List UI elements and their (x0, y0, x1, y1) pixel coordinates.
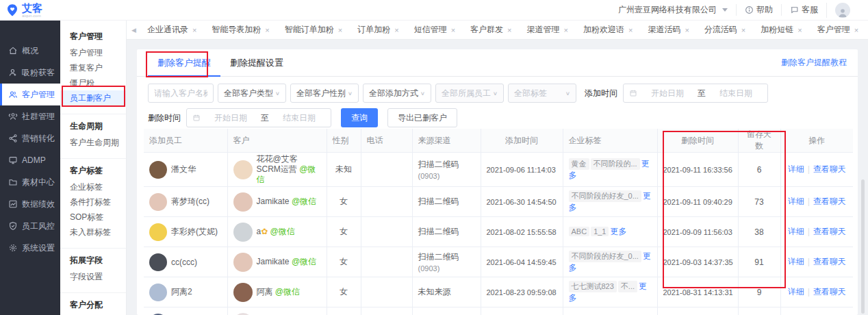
tab-label: 分流活码 (704, 24, 737, 36)
search-button[interactable]: 查询 (341, 108, 378, 127)
window-tab[interactable]: 客户群发× (463, 21, 519, 40)
detail-link[interactable]: 详细 (788, 197, 804, 206)
tag: 七七测试823 (569, 281, 617, 292)
customer-gender-select[interactable]: 全部客户性别∨ (290, 84, 359, 103)
tab-delete-reminder-settings[interactable]: 删除提醒设置 (220, 49, 293, 77)
nav-system-settings[interactable]: 系统设置 (0, 237, 60, 259)
customer-service-button[interactable]: 客服 (781, 4, 826, 16)
nav-fan-acquisition[interactable]: 吸粉获客 (0, 62, 60, 84)
detail-link[interactable]: 详细 (788, 164, 804, 174)
submenu-item-zombie-fans[interactable]: 僵尸粉 (60, 75, 126, 90)
window-tab[interactable]: 智能导表加粉× (204, 21, 277, 40)
window-tabbar: ◀ 企业通讯录× 智能导表加粉× 智能订单加粉× 订单加粉× 短信管理× 客户群… (127, 21, 868, 40)
view-chat-link[interactable]: 查看聊天 (813, 227, 846, 236)
user-add-icon (8, 68, 18, 77)
customer-avatar (233, 192, 253, 212)
window-tab[interactable]: 短信管理× (407, 21, 463, 40)
window-tab[interactable]: 订单加粉× (350, 21, 406, 40)
add-time-cell: 2021-08-12 14:22:22 (481, 307, 563, 315)
tag-select[interactable]: 全部标签∨ (508, 84, 576, 103)
info-icon (745, 5, 754, 14)
table-scrollbar[interactable] (861, 179, 865, 314)
view-chat-link[interactable]: 查看聊天 (813, 197, 846, 206)
export-deleted-customers-button[interactable]: 导出已删客户 (387, 108, 457, 127)
close-icon[interactable]: × (451, 26, 455, 34)
nav-overview[interactable]: 概况 (0, 40, 60, 62)
close-icon[interactable]: × (394, 26, 398, 34)
detail-link[interactable]: 详细 (788, 227, 804, 236)
nav-label: 员工风控 (22, 220, 55, 232)
tab-scroll-left-icon[interactable]: ◀ (128, 27, 140, 34)
nav-label: 吸粉获客 (22, 67, 55, 79)
tab-delete-customer-reminder[interactable]: 删除客户提醒 (148, 49, 220, 77)
help-button[interactable]: 帮助 (736, 4, 781, 16)
submenu-item-conditional-tags[interactable]: 条件打标签 (60, 194, 126, 210)
tutorial-link[interactable]: 删除客户提醒教程 (781, 57, 847, 68)
add-method-select[interactable]: 全部添加方式∨ (363, 84, 431, 103)
nav-marketing-conversion[interactable]: 营销转化 (0, 127, 60, 149)
table-row: 潘文华 花花@艾客SCRM运营 @微信 未知 扫描二维码(0903) 2021-… (144, 153, 853, 187)
window-tab[interactable]: 智能订单加粉× (277, 21, 350, 40)
submenu-item-customer-management[interactable]: 客户管理 (60, 45, 126, 60)
more-link[interactable]: 更多 (610, 227, 626, 236)
nav-employee-risk[interactable]: 员工风控 (0, 215, 60, 237)
submenu-item-duplicate-customers[interactable]: 重复客户 (60, 60, 126, 75)
window-tab[interactable]: 加粉欢迎语× (576, 21, 640, 40)
submenu-item-employee-deleted-customers[interactable]: 员工删客户 (60, 90, 126, 105)
detail-link[interactable]: 详细 (788, 287, 804, 297)
delete-time-daterange[interactable]: 开始日期 至 结束日期 (186, 108, 331, 127)
delete-time-cell: 2021-09-03 14:37:35 (657, 247, 738, 277)
retention-days-cell: 9 (738, 277, 780, 307)
close-icon[interactable]: × (797, 26, 802, 34)
window-tab[interactable]: 企业通讯录× (140, 21, 204, 40)
phone-cell (361, 277, 412, 307)
detail-link[interactable]: 详细 (788, 257, 804, 266)
tag: 不同阶段的好友_0... (569, 190, 641, 202)
col-phone: 电话 (361, 129, 412, 153)
section-title: 拓展字段 (60, 254, 126, 269)
start-date-placeholder: 开始日期 (641, 88, 693, 99)
window-tab[interactable]: 客户管理× (810, 21, 866, 40)
view-chat-link[interactable]: 查看聊天 (813, 164, 846, 174)
close-icon[interactable]: × (685, 26, 689, 34)
add-time-daterange[interactable]: 开始日期 至 结束日期 (623, 84, 768, 103)
submenu-item-sop-tags[interactable]: SOP标签 (60, 210, 126, 225)
delete-time-cell: 2021-09-11 16:33:56 (657, 153, 738, 187)
source-cell: 扫描二维码(0903) (412, 247, 481, 277)
company-switcher[interactable]: 广州壹豆网络科技有限公司 (610, 4, 736, 16)
window-tab[interactable]: 渠道活码× (640, 21, 696, 40)
close-icon[interactable]: × (265, 26, 269, 34)
submenu-item-customer-lifecycle[interactable]: 客户生命周期 (60, 135, 126, 150)
customer-name: 阿离 (257, 287, 273, 297)
user-menu[interactable] (826, 3, 858, 18)
source-main: 扫描二维码 (418, 226, 475, 238)
window-tab[interactable]: 渠道管理× (520, 21, 576, 40)
submenu-item-not-in-group-tags[interactable]: 未入群标签 (60, 225, 126, 240)
submenu-section-lifecycle: 生命周期 客户生命周期 (60, 114, 126, 155)
customer-name-input[interactable] (148, 84, 214, 103)
source-cell: 扫描二维码(0903) (412, 153, 481, 187)
owner-staff-select[interactable]: 全部所属员工∨ (435, 84, 504, 103)
window-tab[interactable]: 分流活码× (697, 21, 753, 40)
nav-admp[interactable]: ADMP (0, 149, 60, 171)
submenu-item-enterprise-tags[interactable]: 企业标签 (60, 179, 126, 194)
submenu-section-customer-allocation: 客户分配 (60, 292, 126, 315)
nav-material-center[interactable]: 素材中心 (0, 171, 60, 193)
customer-type-select[interactable]: 全部客户类型∨ (218, 84, 286, 103)
nav-data-performance[interactable]: 数据绩效 (0, 193, 60, 215)
tags-cell (563, 307, 657, 315)
view-chat-link[interactable]: 查看聊天 (813, 287, 846, 297)
close-icon[interactable]: × (854, 26, 858, 34)
close-icon[interactable]: × (741, 26, 745, 34)
submenu-item-field-settings[interactable]: 字段设置 (60, 269, 126, 284)
view-chat-link[interactable]: 查看聊天 (813, 257, 846, 266)
nav-community-management[interactable]: 社群管理 (0, 105, 60, 127)
close-icon[interactable]: × (192, 26, 196, 34)
close-icon[interactable]: × (507, 26, 511, 34)
window-tab[interactable]: 加粉短链× (753, 21, 809, 40)
nav-customer-management[interactable]: 客户管理 (0, 84, 60, 105)
source-main: 未知来源 (418, 286, 475, 298)
close-icon[interactable]: × (564, 26, 568, 34)
close-icon[interactable]: × (338, 26, 342, 34)
close-icon[interactable]: × (628, 26, 633, 34)
